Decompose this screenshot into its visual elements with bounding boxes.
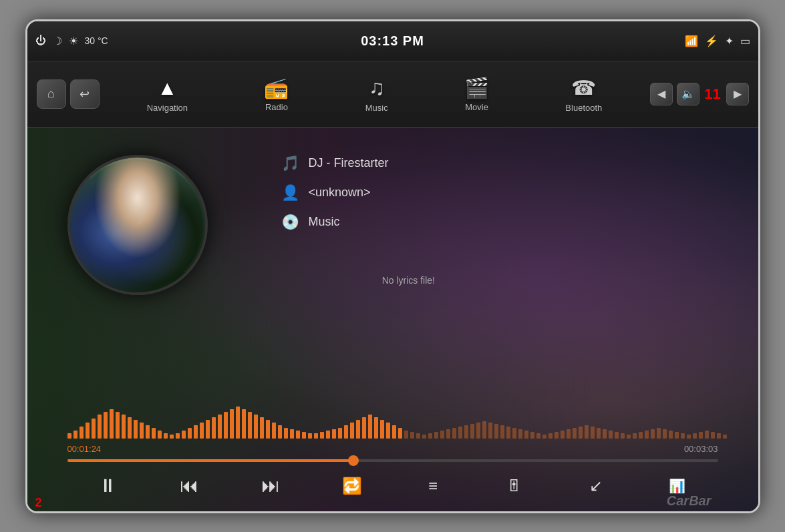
navigation-label: Navigation: [147, 103, 188, 113]
album-row: 💿 Music: [281, 214, 389, 231]
screen-icon: ▭: [740, 35, 750, 47]
nav-left-buttons: ⌂ ↩: [27, 79, 109, 109]
album-art: [67, 155, 208, 295]
album-cover: [70, 158, 205, 292]
radio-icon: 📻: [264, 76, 289, 99]
wifi-icon: 📶: [685, 35, 698, 47]
volume-controls: ◀ 🔈 11 ▶: [641, 83, 758, 105]
music-note-icon: 🎵: [281, 155, 299, 172]
music-icon: ♫: [369, 75, 385, 100]
previous-track-button[interactable]: ⏮: [173, 470, 205, 502]
home-button[interactable]: ⌂: [37, 79, 66, 109]
clock-display: 03:13 PM: [361, 33, 424, 49]
status-right: 📶 ⚡ ✦ ▭: [685, 35, 750, 47]
brightness-icon[interactable]: ☀: [69, 35, 78, 47]
power-icon[interactable]: ⏻: [35, 35, 46, 47]
radio-label: Radio: [265, 102, 288, 112]
person-icon: 👤: [281, 184, 299, 202]
song-info-panel: 🎵 DJ - Firestarter 👤 <unknown> 💿 Music: [281, 155, 389, 243]
time-display-row: 00:01:24 00:03:03: [67, 444, 718, 454]
progress-section: 00:01:24 00:03:03: [67, 444, 718, 462]
music-label: Music: [365, 103, 388, 113]
volume-down-button[interactable]: 🔈: [677, 83, 699, 105]
equalizer-display: [67, 402, 718, 439]
status-bar: ⏻ ☽ ☀ 30 °C 03:13 PM 📶 ⚡ ✦ ▭: [27, 21, 758, 61]
minimize-button[interactable]: ↙: [580, 470, 612, 502]
artist-row: 👤 <unknown>: [281, 184, 389, 202]
no-lyrics-message: No lyrics file!: [382, 275, 435, 286]
back-button[interactable]: ↩: [70, 79, 100, 109]
nav-item-radio[interactable]: 📻 Radio: [253, 72, 299, 116]
vinyl-ring: [67, 155, 208, 295]
playback-controls: ⏸ ⏮ ⏭ 🔁 ≡ 🎚 ↙ 📊: [67, 470, 718, 502]
next-track-button[interactable]: ⏭: [255, 470, 287, 502]
bluetooth-phone-icon: [571, 75, 596, 100]
navigation-icon: [158, 75, 178, 100]
album-name: Music: [309, 215, 340, 229]
prev-button[interactable]: ◀: [650, 83, 673, 105]
volume-level: 11: [703, 85, 722, 103]
song-title: DJ - Firestarter: [309, 156, 389, 170]
artist-name: <unknown>: [309, 186, 371, 200]
movie-icon: 🎬: [464, 76, 489, 99]
car-screen: ⏻ ☽ ☀ 30 °C 03:13 PM 📶 ⚡ ✦ ▭ ⌂ ↩ Navigat…: [25, 19, 760, 513]
progress-fill: [67, 459, 354, 462]
nav-item-bluetooth[interactable]: Bluetooth: [555, 71, 613, 117]
nav-bar: ⌂ ↩ Navigation 📻 Radio ♫ Music 🎬 Movie: [27, 61, 758, 128]
nav-item-movie[interactable]: 🎬 Movie: [454, 72, 500, 116]
repeat-button[interactable]: 🔁: [336, 470, 368, 502]
player-area: 🎵 DJ - Firestarter 👤 <unknown> 💿 Music N…: [27, 128, 758, 513]
total-time: 00:03:03: [684, 444, 718, 454]
disc-icon: 💿: [281, 214, 299, 231]
status-left: ⏻ ☽ ☀ 30 °C: [35, 35, 108, 47]
nav-item-music[interactable]: ♫ Music: [355, 71, 399, 117]
usb-icon: ⚡: [705, 35, 718, 47]
page-number: 2: [35, 496, 42, 510]
song-title-row: 🎵 DJ - Firestarter: [281, 155, 389, 172]
current-time: 00:01:24: [67, 444, 102, 454]
progress-bar[interactable]: [67, 459, 718, 462]
moon-icon[interactable]: ☽: [53, 35, 62, 47]
equalizer-button[interactable]: 🎚: [498, 470, 530, 502]
nav-item-navigation[interactable]: Navigation: [136, 71, 198, 117]
watermark: CarBar: [667, 493, 712, 509]
progress-thumb[interactable]: [348, 455, 359, 466]
movie-label: Movie: [465, 102, 488, 112]
bluetooth-icon: ✦: [725, 35, 734, 47]
temperature-display: 30 °C: [85, 35, 108, 46]
bluetooth-label: Bluetooth: [565, 103, 602, 113]
volume-up-button[interactable]: ▶: [726, 83, 749, 105]
playlist-button[interactable]: ≡: [417, 470, 449, 502]
play-pause-button[interactable]: ⏸: [92, 470, 124, 502]
nav-items: Navigation 📻 Radio ♫ Music 🎬 Movie Bluet…: [109, 71, 641, 117]
